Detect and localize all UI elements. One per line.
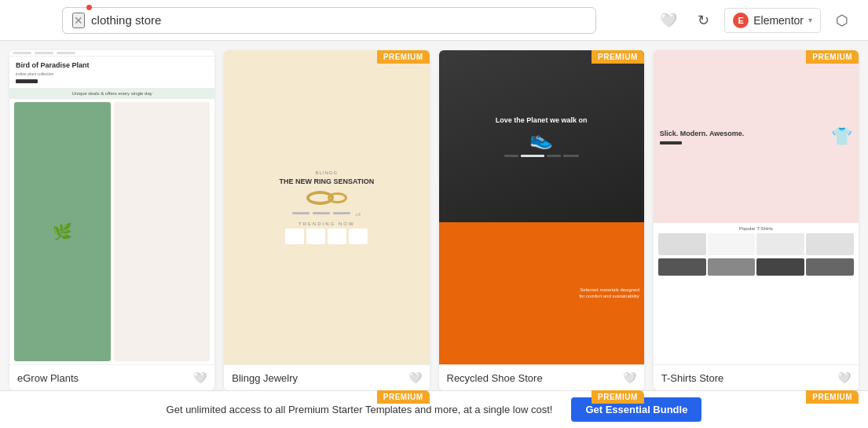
template-card-egrow[interactable]: Bird of Paradise Plant indoor plant coll… bbox=[9, 50, 214, 390]
tshirt-headline: Slick. Modern. Awesome. bbox=[660, 129, 745, 139]
elementor-logo-icon: E bbox=[733, 13, 749, 28]
shoe-headline: Love the Planet we walk on bbox=[496, 115, 588, 126]
header: ✕ 🤍 ↻ E Elementor ▾ ⬡ bbox=[0, 0, 868, 41]
egrow-title: Bird of Paradise Plant bbox=[16, 61, 208, 70]
elementor-label: Elementor bbox=[753, 14, 804, 27]
premium-badge-shoe: PREMIUM bbox=[591, 50, 644, 64]
card-footer-egrow: eGrow Plants 🤍 bbox=[9, 364, 214, 390]
elementor-dropdown-button[interactable]: E Elementor ▾ bbox=[724, 8, 821, 33]
search-wrapper: ✕ bbox=[62, 7, 596, 34]
bottom-banner: Get unlimited access to all Premium Star… bbox=[0, 390, 868, 428]
shoe-card-title: Recycled Shoe Store bbox=[447, 372, 543, 384]
premium-badge-sale: PREMIUM bbox=[591, 390, 644, 404]
clear-search-button[interactable]: ✕ bbox=[72, 13, 85, 28]
egrow-deals: Unique deals & offers every single day bbox=[16, 91, 208, 96]
shoe-favorite-button[interactable]: 🤍 bbox=[623, 371, 636, 384]
chevron-down-icon: ▾ bbox=[808, 16, 812, 24]
template-card-blingg[interactable]: PREMIUM BLINGG THE NEW RING SENSATION +≡… bbox=[224, 50, 429, 390]
card-image-shoe: Love the Planet we walk on 👟 Selected ma… bbox=[439, 50, 644, 364]
premium-badge-exclusive: PREMIUM bbox=[806, 390, 859, 404]
tshirt-section-label: Popular T-Shirts bbox=[658, 226, 854, 231]
tshirt-card-title: T-Shirts Store bbox=[661, 372, 723, 384]
search-input[interactable] bbox=[91, 13, 586, 27]
shoe-description: Selected materials designed for comfort … bbox=[577, 287, 639, 300]
blingg-card-title: Blingg Jewelry bbox=[232, 372, 298, 384]
template-card-shoe[interactable]: PREMIUM Love the Planet we walk on 👟 bbox=[439, 50, 644, 390]
egrow-card-title: eGrow Plants bbox=[17, 372, 79, 384]
templates-grid: Bird of Paradise Plant indoor plant coll… bbox=[0, 41, 868, 390]
blingg-trending: TRENDING NOW bbox=[298, 221, 355, 226]
premium-badge-speaker: PREMIUM bbox=[377, 390, 430, 404]
blingg-headline: THE NEW RING SENSATION bbox=[279, 177, 374, 187]
premium-badge-blingg: PREMIUM bbox=[377, 50, 430, 64]
card-footer-shoe: Recycled Shoe Store 🤍 bbox=[439, 364, 644, 390]
card-footer-blingg: Blingg Jewelry 🤍 bbox=[224, 364, 429, 390]
blingg-favorite-button[interactable]: 🤍 bbox=[408, 371, 422, 384]
notification-dot bbox=[86, 5, 92, 10]
egrow-sub: indoor plant collection bbox=[16, 71, 208, 76]
template-card-tshirt[interactable]: PREMIUM Slick. Modern. Awesome. 👕 Popula… bbox=[654, 50, 859, 390]
favorites-button[interactable]: 🤍 bbox=[655, 7, 682, 34]
premium-badge-tshirt: PREMIUM bbox=[806, 50, 859, 64]
card-image-tshirt: Slick. Modern. Awesome. 👕 Popular T-Shir… bbox=[654, 50, 859, 364]
tshirt-favorite-button[interactable]: 🤍 bbox=[837, 371, 851, 384]
card-footer-tshirt: T-Shirts Store 🤍 bbox=[654, 364, 859, 390]
card-image-blingg: BLINGG THE NEW RING SENSATION +≡ TRENDIN… bbox=[224, 50, 429, 364]
banner-message: Get unlimited access to all Premium Star… bbox=[167, 404, 553, 415]
refresh-button[interactable]: ↻ bbox=[690, 7, 716, 34]
egrow-favorite-button[interactable]: 🤍 bbox=[193, 371, 207, 384]
header-actions: 🤍 ↻ E Elementor ▾ ⬡ bbox=[655, 7, 855, 34]
card-image-egrow: Bird of Paradise Plant indoor plant coll… bbox=[9, 50, 214, 364]
external-link-button[interactable]: ⬡ bbox=[829, 7, 855, 34]
preview-nav-egrow bbox=[9, 50, 214, 57]
